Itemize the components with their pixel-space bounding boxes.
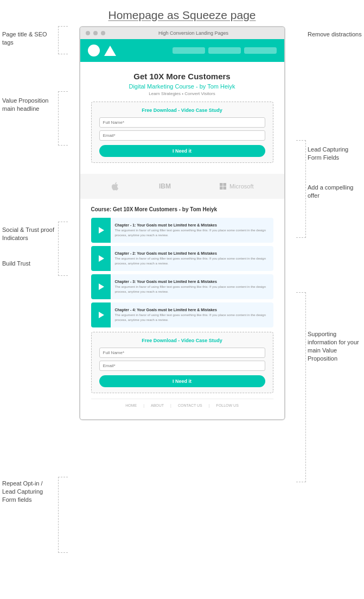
annotation-lead-form-fields: Lead Capturing Form Fields [308,146,362,162]
svg-text:IBM: IBM [159,182,171,190]
play-icon [99,312,104,318]
course-item-desc: The argument in favor of using filler te… [115,256,269,266]
full-name-input-top[interactable] [99,117,265,128]
annotation-compelling-offer: Add a compelling offer [308,184,362,200]
course-item-text: Chapter - 3: Your Goals must be Limited … [111,277,273,297]
bottom-lead-form: Free Download - Video Case Study I Need … [91,332,273,393]
annotation-value-prop: Value Proposition main headline [2,97,56,113]
course-item-desc: The argument in favor of using filler te… [115,285,269,294]
submit-button-bottom[interactable]: I Need it [99,375,265,387]
course-item-text: Chapter - 4: Your Goals must be Limited … [111,305,273,325]
annotation-supporting-info: Supporting information for your main Val… [308,330,362,362]
trust-logo-ibm: IBM [159,181,181,191]
page-title: Homepage as Squeeze page [0,9,364,22]
email-input-top[interactable] [99,130,265,141]
nav-logo-circle [88,45,100,56]
play-icon [99,227,104,234]
full-name-input-bottom[interactable] [99,348,265,358]
course-item: Chapter - 2: Your Goals must be Limited … [91,246,273,271]
browser-bar: High Conversion Landing Pages [80,27,284,39]
hero-tagline: Learn Strategies • Convert Visitors [91,91,273,96]
course-item: Chapter - 4: Your Goals must be Limited … [91,302,273,327]
svg-rect-3 [220,187,223,190]
svg-rect-2 [223,183,226,186]
top-lead-form: Free Download - Video Case Study I Need … [91,102,273,163]
annotation-social-trust: Social & Trust proof Indicators [2,226,56,242]
trust-logos-section: IBM Microsoft [80,174,284,199]
annotation-build-trust: Build Trust [2,260,56,268]
course-title: Course: Get 10X More Customers - by Tom … [91,206,273,212]
annotation-remove-distractions: Remove distractions [308,30,362,39]
annotation-page-title: Page title & SEO tags [2,30,56,47]
browser-title: High Conversion Landing Pages [108,30,279,36]
footer-about[interactable]: ABOUT [151,403,164,407]
svg-rect-1 [220,183,223,186]
hero-headline: Get 10X More Customers [91,72,273,81]
nav-logo-triangle [104,46,116,56]
course-item-text: Chapter - 2: Your Goals must be Limited … [111,249,273,268]
hero-section: Get 10X More Customers Digital Marketing… [80,62,284,174]
course-item-title: Chapter - 2: Your Goals must be Limited … [115,251,269,255]
course-item-title: Chapter - 1: Your Goals must be Limited … [115,223,269,227]
footer-follow[interactable]: FOLLOW US [216,403,239,407]
play-icon [99,283,104,290]
course-item: Chapter - 3: Your Goals must be Limited … [91,274,273,299]
course-item: Chapter - 1: Your Goals must be Limited … [91,218,273,243]
nav-links [173,47,277,54]
course-item-icon [91,274,111,299]
course-item-icon [91,246,111,271]
course-item-desc: The argument in favor of using filler te… [115,313,269,322]
play-icon [99,255,104,262]
submit-button-top[interactable]: I Need it [99,145,265,157]
form-title-top: Free Download - Video Case Study [99,108,265,113]
footer-home[interactable]: HOME [125,403,137,407]
course-item-icon [91,218,111,243]
hero-subheadline: Digital Marketing Course - by Tom Heiyk [91,83,273,90]
mock-navbar [80,39,284,62]
mock-footer: HOME | ABOUT | CONTACT US | FOLLOW US [91,399,273,412]
course-item-title: Chapter - 4: Your Goals must be Limited … [115,308,269,312]
annotation-repeat-optin: Repeat Opt-in / Lead Capturing Form fiel… [2,480,56,504]
form-title-bottom: Free Download - Video Case Study [99,338,265,343]
footer-contact[interactable]: CONTACT US [178,403,202,407]
course-section: Course: Get 10X More Customers - by Tom … [80,199,284,419]
email-input-bottom[interactable] [99,361,265,371]
course-item-icon [91,302,111,327]
course-item-title: Chapter - 3: Your Goals must be Limited … [115,280,269,283]
course-item-desc: The argument in favor of using filler te… [115,228,269,237]
trust-logo-apple [110,181,120,191]
course-item-text: Chapter - 1: Your Goals must be Limited … [111,220,273,240]
svg-rect-4 [223,187,226,190]
trust-logo-microsoft: Microsoft [220,183,254,190]
